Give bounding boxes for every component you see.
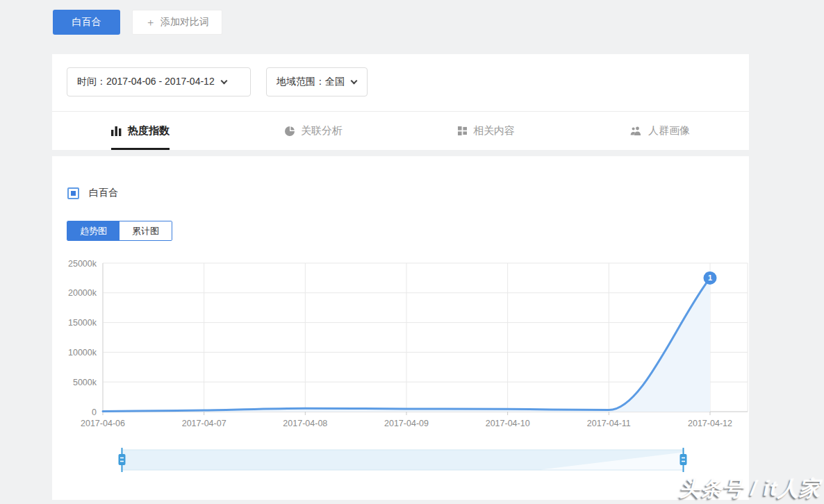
legend-label: 白百合 xyxy=(89,187,118,199)
y-axis-label: 15000k xyxy=(68,318,97,328)
tab-audience-profile[interactable]: 人群画像 xyxy=(630,112,690,150)
tab-label: 关联分析 xyxy=(301,124,343,137)
region-dropdown[interactable]: 地域范围：全国 xyxy=(266,67,368,96)
x-axis-label: 2017-04-12 xyxy=(688,419,732,428)
x-axis-label: 2017-04-06 xyxy=(81,419,125,428)
tab-related-content[interactable]: 相关内容 xyxy=(458,112,515,150)
slider-right-handle[interactable] xyxy=(680,454,687,465)
data-point-marker-label: 1 xyxy=(708,274,712,282)
time-range-dropdown[interactable]: 时间：2017-04-06 - 2017-04-12 xyxy=(67,67,251,96)
keyword-button[interactable]: 白百合 xyxy=(53,10,120,35)
tab-label: 热度指数 xyxy=(128,124,170,137)
y-axis-label: 5000k xyxy=(73,378,97,387)
trend-chart: 05000k10000k15000k20000k25000k2017-04-06… xyxy=(52,156,749,500)
region-value: 地域范围：全国 xyxy=(277,76,345,88)
chart-card: 05000k10000k15000k20000k25000k2017-04-06… xyxy=(52,156,749,500)
toggle-cumulative-button[interactable]: 累计图 xyxy=(120,221,172,240)
y-axis-label: 10000k xyxy=(68,348,97,358)
tab-relation-analysis[interactable]: 关联分析 xyxy=(285,112,343,150)
slider-left-handle[interactable] xyxy=(119,454,126,465)
filter-tabs-card: 时间：2017-04-06 - 2017-04-12 地域范围：全国 热度指数 … xyxy=(52,54,749,150)
checkbox-mark xyxy=(71,191,76,196)
watermark: 头条号 / it人家 xyxy=(679,475,821,503)
x-axis-label: 2017-04-08 xyxy=(283,419,327,428)
add-compare-button[interactable]: ＋ 添加对比词 xyxy=(132,10,222,35)
grid-icon xyxy=(458,126,467,135)
x-axis-label: 2017-04-07 xyxy=(182,419,226,428)
x-axis-label: 2017-04-09 xyxy=(384,419,429,428)
x-axis-label: 2017-04-11 xyxy=(587,419,631,428)
time-range-value: 时间：2017-04-06 - 2017-04-12 xyxy=(77,76,215,88)
add-compare-label: 添加对比词 xyxy=(160,16,209,28)
x-axis-label: 2017-04-10 xyxy=(486,419,530,428)
bar-chart-icon xyxy=(111,126,122,136)
y-axis-label: 20000k xyxy=(68,288,97,298)
chevron-down-icon xyxy=(351,77,358,84)
tab-label: 相关内容 xyxy=(473,124,515,137)
tab-label: 人群画像 xyxy=(648,124,690,137)
tab-bar: 热度指数 关联分析 相关内容 人群画像 xyxy=(52,111,749,150)
y-axis-label: 0 xyxy=(92,408,97,417)
timeline-slider[interactable] xyxy=(119,448,687,472)
chart-view-toggle: 趋势图 累计图 xyxy=(67,221,172,241)
tab-heat-index[interactable]: 热度指数 xyxy=(111,112,170,150)
toggle-trend-button[interactable]: 趋势图 xyxy=(67,221,120,240)
pie-chart-icon xyxy=(285,126,295,136)
legend-checkbox[interactable] xyxy=(67,187,79,199)
plus-icon: ＋ xyxy=(145,16,156,29)
page: 白百合 ＋ 添加对比词 时间：2017-04-06 - 2017-04-12 地… xyxy=(0,0,824,504)
y-axis-label: 25000k xyxy=(68,259,97,269)
series-legend: 白百合 xyxy=(67,187,118,199)
chevron-down-icon xyxy=(220,77,227,84)
people-icon xyxy=(630,126,642,135)
